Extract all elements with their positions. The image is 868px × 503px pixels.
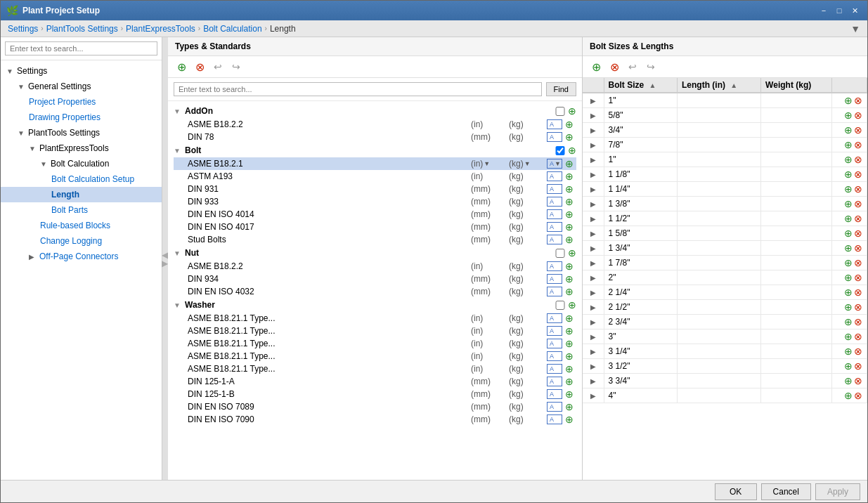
bolt-row6-icon[interactable]: A — [547, 222, 562, 232]
row-expand-arrow[interactable]: ▶ — [590, 377, 596, 385]
sidebar-item-project-props[interactable]: Project Properties — [1, 94, 162, 110]
washer-row-6[interactable]: DIN 125-1-A (mm) (kg) A ⊕ — [174, 375, 576, 388]
row-remove-icon[interactable]: ⊗ — [854, 272, 862, 283]
middle-undo-button[interactable]: ↩ — [210, 59, 226, 74]
washer-row7-add[interactable]: ⊕ — [565, 388, 576, 400]
row-expand-arrow[interactable]: ▶ — [590, 274, 596, 282]
middle-remove-button[interactable]: ⊗ — [192, 59, 207, 74]
sidebar-item-plantexpress[interactable]: ▼ PlantExpressTools — [1, 141, 162, 156]
nut-row2-add[interactable]: ⊕ — [565, 273, 576, 285]
bolt-row7-icon[interactable]: A — [547, 235, 562, 244]
bolt-checkbox[interactable] — [555, 146, 565, 155]
sidebar-item-bolt-calc[interactable]: ▼ Bolt Calculation — [1, 156, 162, 171]
nut-toggle[interactable]: ▼ — [174, 249, 182, 257]
find-button[interactable]: Find — [546, 82, 576, 96]
row-expand-arrow[interactable]: ▶ — [590, 244, 596, 252]
row-add-icon[interactable]: ⊕ — [844, 272, 853, 283]
row-add-icon[interactable]: ⊕ — [844, 331, 853, 342]
row-remove-icon[interactable]: ⊗ — [854, 110, 862, 121]
bolt-row4-icon[interactable]: A — [547, 197, 562, 207]
row-add-icon[interactable]: ⊕ — [844, 316, 853, 327]
nut-row1-add[interactable]: ⊕ — [565, 261, 576, 272]
th-bolt-size-sort[interactable]: ▲ — [649, 81, 656, 89]
toggle-off-page[interactable]: ▶ — [29, 253, 37, 261]
sidebar-item-length[interactable]: Length — [1, 187, 162, 202]
row-add-icon[interactable]: ⊕ — [844, 95, 853, 106]
sidebar-item-general[interactable]: ▼ General Settings — [1, 79, 162, 94]
breadcrumb-planttools[interactable]: PlantTools Settings — [46, 24, 118, 34]
row-add-icon[interactable]: ⊕ — [844, 242, 853, 254]
washer-row5-icon[interactable]: A — [547, 364, 562, 374]
right-table-row[interactable]: ▶ 1 1/4" ⊕ ⊗ — [583, 182, 867, 197]
nut-row3-icon[interactable]: A — [547, 287, 562, 296]
washer-row7-icon[interactable]: A — [547, 389, 562, 399]
maximize-button[interactable]: □ — [832, 4, 846, 17]
bolt-row7-add[interactable]: ⊕ — [565, 234, 576, 245]
row-remove-icon[interactable]: ⊗ — [854, 375, 862, 386]
sidebar-search-input[interactable] — [5, 41, 157, 55]
row-add-icon[interactable]: ⊕ — [844, 346, 853, 357]
row-add-icon[interactable]: ⊕ — [844, 287, 853, 298]
row-add-icon[interactable]: ⊕ — [844, 228, 853, 239]
sidebar-item-change-log[interactable]: Change Logging — [1, 233, 162, 249]
row-expand-arrow[interactable]: ▶ — [590, 97, 596, 105]
row-expand-arrow[interactable]: ▶ — [590, 348, 596, 355]
washer-row1-add[interactable]: ⊕ — [565, 313, 576, 324]
bolt-row1-add[interactable]: ⊕ — [565, 158, 576, 169]
row-remove-icon[interactable]: ⊗ — [854, 287, 862, 298]
th-bolt-size[interactable]: Bolt Size ▲ — [604, 78, 678, 93]
addon-toggle[interactable]: ▼ — [174, 107, 182, 115]
row-expand-arrow[interactable]: ▶ — [590, 112, 596, 119]
sidebar-item-rule-blocks[interactable]: Rule-based Blocks — [1, 218, 162, 233]
bolt-row-2[interactable]: ASTM A193 (in) (kg) A ⊕ — [174, 170, 576, 183]
row-remove-icon[interactable]: ⊗ — [854, 331, 862, 342]
bolt-row4-add[interactable]: ⊕ — [565, 196, 576, 207]
row-expand-arrow[interactable]: ▶ — [590, 392, 596, 400]
sidebar-item-bolt-parts[interactable]: Bolt Parts — [1, 202, 162, 218]
washer-row1-icon[interactable]: A — [547, 313, 562, 323]
washer-row9-add[interactable]: ⊕ — [565, 414, 576, 425]
close-button[interactable]: ✕ — [848, 4, 862, 17]
row-expand-arrow[interactable]: ▶ — [590, 156, 596, 164]
toggle-settings[interactable]: ▼ — [6, 67, 15, 75]
sidebar-item-bolt-calc-setup[interactable]: Bolt Calculation Setup — [1, 171, 162, 187]
bolt-row-7[interactable]: Stud Bolts (mm) (kg) A ⊕ — [174, 233, 576, 246]
row-expand-arrow[interactable]: ▶ — [590, 185, 596, 193]
bolt-row1-unit-arrow[interactable]: ▼ — [484, 160, 490, 167]
minimize-button[interactable]: − — [817, 4, 831, 17]
nut-checkbox[interactable] — [555, 249, 565, 258]
washer-row2-add[interactable]: ⊕ — [565, 325, 576, 337]
row-remove-icon[interactable]: ⊗ — [854, 183, 862, 195]
row-add-icon[interactable]: ⊕ — [844, 257, 853, 268]
right-table-row[interactable]: ▶ 1" ⊕ ⊗ — [583, 93, 867, 108]
row-remove-icon[interactable]: ⊗ — [854, 124, 862, 136]
row-add-icon[interactable]: ⊕ — [844, 198, 853, 209]
row-add-icon[interactable]: ⊕ — [844, 301, 853, 313]
row-remove-icon[interactable]: ⊗ — [854, 257, 862, 268]
sidebar-item-off-page[interactable]: ▶ Off-Page Connectors — [1, 249, 162, 264]
right-table-row[interactable]: ▶ 1 7/8" ⊕ ⊗ — [583, 256, 867, 270]
right-table-row[interactable]: ▶ 1 3/4" ⊕ ⊗ — [583, 241, 867, 256]
breadcrumb-settings[interactable]: Settings — [8, 24, 38, 34]
washer-row5-add[interactable]: ⊕ — [565, 363, 576, 374]
toggle-planttools[interactable]: ▼ — [18, 129, 26, 137]
bolt-row5-add[interactable]: ⊕ — [565, 209, 576, 220]
bolt-row1-icon[interactable]: A ▼ — [547, 159, 562, 169]
bolt-row-3[interactable]: DIN 931 (mm) (kg) A ⊕ — [174, 183, 576, 195]
row-remove-icon[interactable]: ⊗ — [854, 228, 862, 239]
row-add-icon[interactable]: ⊕ — [844, 124, 853, 136]
row-remove-icon[interactable]: ⊗ — [854, 316, 862, 327]
nut-row2-icon[interactable]: A — [547, 274, 562, 284]
row-add-icon[interactable]: ⊕ — [844, 154, 853, 165]
bolt-toggle[interactable]: ▼ — [174, 147, 182, 155]
row-expand-arrow[interactable]: ▶ — [590, 215, 596, 223]
sidebar-item-settings[interactable]: ▼ Settings — [1, 63, 162, 79]
right-table-row[interactable]: ▶ 1 3/8" ⊕ ⊗ — [583, 197, 867, 211]
row-add-icon[interactable]: ⊕ — [844, 110, 853, 121]
washer-row-1[interactable]: ASME B18.21.1 Type... (in) (kg) A ⊕ — [174, 312, 576, 325]
row-remove-icon[interactable]: ⊗ — [854, 139, 862, 150]
right-table-row[interactable]: ▶ 3 1/4" ⊕ ⊗ — [583, 344, 867, 359]
washer-row9-icon[interactable]: A — [547, 414, 562, 424]
bolt-add[interactable]: ⊕ — [568, 145, 576, 156]
th-weight[interactable]: Weight (kg) — [761, 78, 832, 93]
